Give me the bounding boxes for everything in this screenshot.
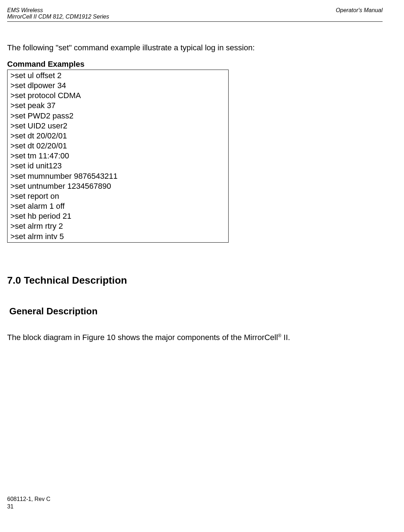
command-line: >set mumnumber 9876543211: [10, 171, 225, 181]
command-examples-title: Command Examples: [7, 60, 383, 69]
command-line: >set alarm 1 off: [10, 201, 225, 211]
block-diagram-text-pre: The block diagram in Figure 10 shows the…: [7, 333, 278, 342]
command-line: >set UID2 user2: [10, 121, 225, 131]
command-line: >set dt 02/20/01: [10, 141, 225, 151]
section-7-heading: 7.0 Technical Description: [7, 275, 383, 286]
command-line: >set PWD2 pass2: [10, 111, 225, 121]
command-line: >set ul offset 2: [10, 71, 225, 81]
header-company: EMS Wireless: [7, 7, 43, 13]
command-line: >set report on: [10, 191, 225, 201]
block-diagram-paragraph: The block diagram in Figure 10 shows the…: [7, 333, 383, 342]
command-line: >set hb period 21: [10, 211, 225, 221]
command-line: >set peak 37: [10, 101, 225, 111]
command-line: >set alrm intv 5: [10, 232, 225, 242]
footer-revision: 608112-1, Rev C: [7, 495, 50, 503]
command-examples-box: >set ul offset 2 >set dlpower 34 >set pr…: [7, 70, 229, 243]
command-line: >set dlpower 34: [10, 81, 225, 91]
registered-symbol: ®: [278, 333, 281, 338]
page-footer: 608112-1, Rev C 31: [7, 495, 50, 511]
footer-page-number: 31: [7, 503, 50, 511]
command-line: >set protocol CDMA: [10, 91, 225, 101]
block-diagram-text-post: II.: [281, 333, 290, 342]
header-product: MirrorCell II CDM 812, CDM1912 Series: [7, 14, 109, 20]
header-left: EMS Wireless MirrorCell II CDM 812, CDM1…: [7, 7, 109, 20]
header-right: Operator's Manual: [336, 7, 383, 20]
command-line: >set untnumber 1234567890: [10, 181, 225, 191]
page-header: EMS Wireless MirrorCell II CDM 812, CDM1…: [7, 7, 383, 22]
command-line: >set id unit123: [10, 161, 225, 171]
command-line: >set dt 20/02/01: [10, 131, 225, 141]
header-doc-type: Operator's Manual: [336, 7, 383, 13]
general-description-heading: General Description: [9, 306, 383, 317]
command-line: >set tm 11:47:00: [10, 151, 225, 161]
command-line: >set alrm rtry 2: [10, 221, 225, 231]
intro-paragraph: The following "set" command example illu…: [7, 43, 383, 52]
